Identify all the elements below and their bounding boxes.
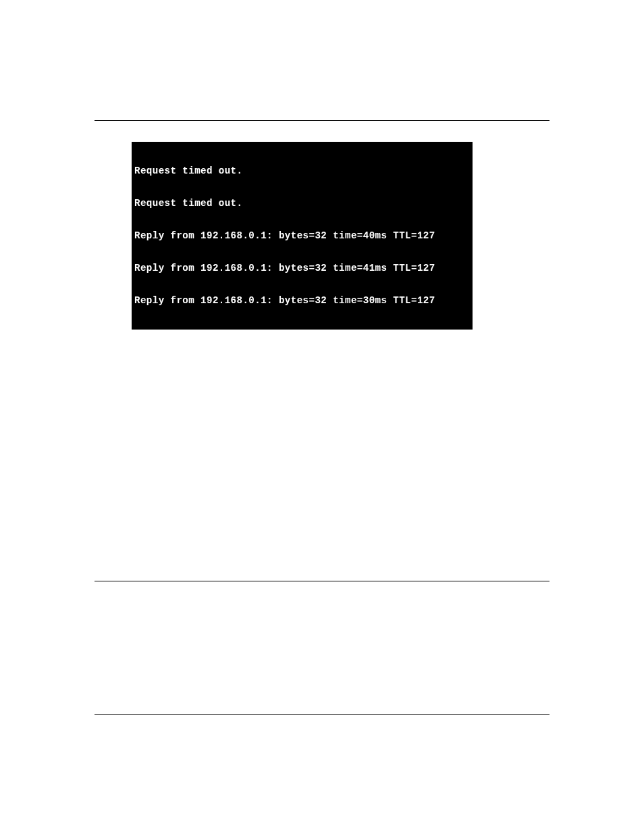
terminal-line: Reply from 192.168.0.1: bytes=32 time=41… [134,263,468,273]
terminal-line: Request timed out. [134,165,468,176]
terminal-screenshot: Request timed out. Request timed out. Re… [132,142,473,330]
section-c [95,696,549,717]
page: Request timed out. Request timed out. Re… [0,0,644,834]
terminal-line: Reply from 192.168.0.1: bytes=32 time=40… [134,230,468,241]
terminal-line: Reply from 192.168.0.1: bytes=32 time=30… [134,295,468,306]
section-a [95,242,549,263]
page-header [95,93,549,121]
header-rule [95,120,549,121]
terminal-line: Request timed out. [134,198,468,209]
section-b [95,562,549,583]
